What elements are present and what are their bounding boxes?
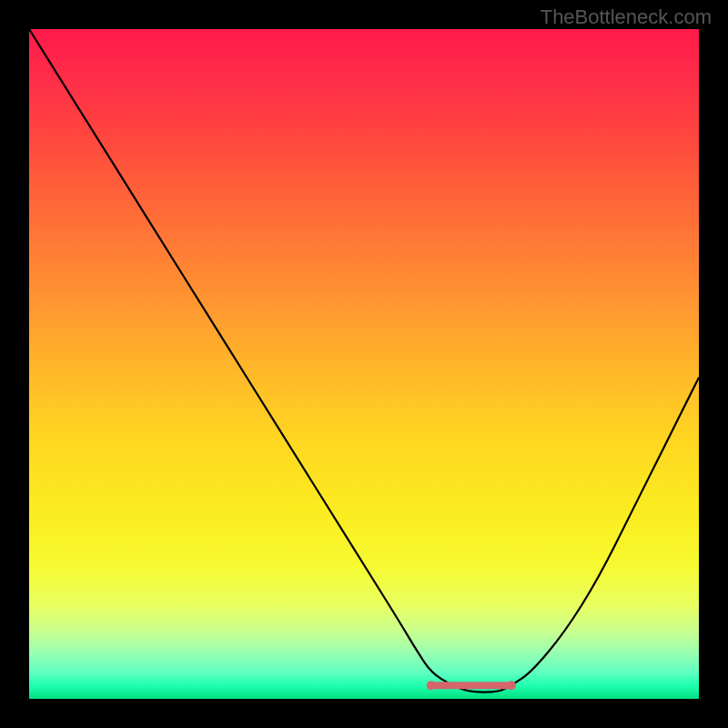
- chart-svg: [29, 29, 699, 699]
- optimal-range-marker: [427, 681, 516, 690]
- optimal-range-bar: [431, 682, 511, 689]
- watermark-text: TheBottleneck.com: [541, 5, 712, 29]
- chart-plot-area: [29, 29, 699, 699]
- optimal-range-dot-right: [507, 681, 516, 690]
- bottleneck-curve-line: [29, 29, 699, 693]
